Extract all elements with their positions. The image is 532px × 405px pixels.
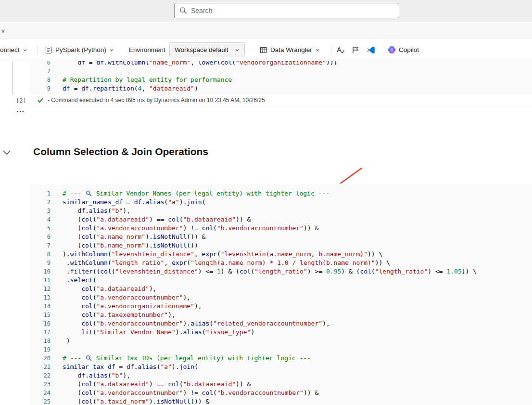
- code-token: ,: [190, 61, 198, 66]
- code-token: =: [85, 61, 96, 66]
- code-token: .: [63, 268, 70, 275]
- code-token: "b.vendoraccountnumber": [96, 320, 183, 327]
- environment-button[interactable]: Environment: [129, 39, 165, 61]
- code-cell-previous[interactable]: 6 df = df.withColumn("name_norm", lower(…: [30, 61, 532, 94]
- kernel-selector[interactable]: PySpark (Python): [45, 39, 114, 61]
- code-token: lower: [198, 61, 217, 66]
- code-token: ).: [172, 363, 179, 370]
- code-token: "dataareaid": [149, 85, 194, 92]
- toolbar-divider: [331, 45, 331, 54]
- code-token: (: [63, 224, 81, 232]
- code-line: 17 lit("Similar Vendor Name").alias("iss…: [30, 328, 532, 337]
- code-token: alias: [89, 207, 108, 214]
- vscode-button[interactable]: [367, 39, 375, 61]
- line-number: 24: [30, 389, 51, 397]
- top-app-bar: [0, 0, 532, 22]
- code-token: 1.05: [446, 268, 461, 275]
- code-line: 12 col("a.dataareaid"),: [30, 285, 532, 293]
- code-token: ) & (: [221, 268, 240, 275]
- code-token: "name_norm": [149, 61, 190, 66]
- flag-button[interactable]: [351, 39, 360, 61]
- code-token: ) !=: [183, 224, 202, 232]
- search-box[interactable]: [174, 3, 399, 18]
- code-token: ),: [168, 311, 176, 318]
- code-token: (: [108, 250, 112, 258]
- chevron-down-icon: [23, 48, 27, 52]
- code-token: ()) &: [187, 233, 205, 240]
- code-token: "a.dataareaid": [96, 285, 149, 292]
- code-token: # Repartition by legal entity for perfor…: [63, 76, 232, 83]
- line-number: 9: [30, 259, 51, 267]
- emoji-token: [85, 354, 92, 362]
- collapsed-cell-indicator[interactable]: ...: [16, 105, 25, 115]
- code-token: (: [217, 61, 221, 66]
- code-token: (: [63, 242, 81, 249]
- code-token: col: [240, 268, 251, 275]
- code-token: col: [221, 61, 232, 66]
- line-number: 25: [30, 397, 51, 405]
- search-input[interactable]: [191, 7, 394, 14]
- code-token: "levenshtein_distance": [112, 250, 194, 258]
- code-token: (: [217, 250, 221, 258]
- code-line: 18 ): [30, 337, 532, 345]
- code-token: ()) &: [190, 398, 209, 405]
- cell-status-row: - Command executed in 4 sec 895 ms by Dy…: [30, 94, 532, 106]
- copilot-button[interactable]: Copilot: [388, 39, 419, 61]
- line-number: 7: [30, 67, 51, 76]
- code-token: .: [63, 276, 70, 284]
- code-line: 9 .withColumn("length_ratio", expr("leng…: [30, 259, 532, 267]
- code-token: (: [194, 363, 198, 370]
- section-collapse-chevron-icon[interactable]: [2, 149, 12, 156]
- line-number: 6: [30, 61, 51, 67]
- data-wrangler-button[interactable]: Data Wrangler: [260, 39, 320, 61]
- line-number: 23: [30, 380, 51, 389]
- copilot-label: Copilot: [399, 46, 419, 53]
- code-line: 19: [30, 345, 532, 354]
- code-token: ,: [141, 85, 149, 92]
- code-content: similar_tax_df = df.alias("a").join(: [63, 363, 198, 371]
- code-token: "a.name_norm": [96, 233, 145, 240]
- code-token: [63, 372, 77, 379]
- code-token: "a": [161, 363, 172, 370]
- code-token: ),: [183, 294, 190, 301]
- code-token: ),: [149, 285, 157, 292]
- code-content: (col("a.vendoraccountnumber") != col("b.…: [63, 389, 318, 397]
- code-token: (: [213, 389, 217, 396]
- line-number: 20: [30, 354, 51, 363]
- code-token: alias: [138, 363, 157, 370]
- code-line: 24 (col("a.vendoraccountnumber") != col(…: [30, 389, 532, 397]
- code-token: similar_names_df: [63, 198, 123, 206]
- code-token: alias: [89, 372, 108, 379]
- notebook-screen: v onnect PySpark (Python) Environment Wo…: [0, 0, 532, 405]
- code-token: [63, 294, 81, 301]
- code-token: lit: [81, 328, 92, 336]
- code-token: [63, 61, 77, 66]
- code-token: "a.dataareaid": [96, 216, 149, 223]
- code-token: withColumn: [70, 259, 108, 266]
- code-token: (: [213, 224, 217, 232]
- execution-status-text: - Command executed in 4 sec 895 ms by Dy…: [48, 97, 265, 104]
- code-token: filter: [70, 268, 93, 275]
- code-content: ).withColumn("levenshtein_distance", exp…: [63, 250, 382, 259]
- workspace-dropdown[interactable]: Workspace default: [169, 42, 245, 57]
- code-token: (: [93, 276, 97, 284]
- code-token: col: [81, 302, 92, 310]
- connect-button[interactable]: onnect: [0, 39, 27, 61]
- flag-icon: [351, 46, 360, 54]
- data-wrangler-icon: [260, 46, 267, 54]
- code-line: 5 (col("a.vendoraccountnumber") != col("…: [30, 224, 532, 233]
- vscode-icon: [367, 46, 375, 54]
- code-token: "length_ratio": [112, 259, 165, 266]
- code-cell-main[interactable]: 1# --- Similar Vendor Names (per legal e…: [30, 183, 532, 405]
- code-line: 10 .filter((col("levenshtein_distance") …: [30, 267, 532, 276]
- code-line: 13 col("a.vendoraccountnumber"),: [30, 293, 532, 302]
- emoji-token: [85, 190, 92, 197]
- code-token: (: [112, 268, 115, 275]
- line-number: 2: [30, 198, 51, 207]
- code-token: col: [81, 311, 92, 318]
- spell-check-button[interactable]: [336, 39, 345, 61]
- code-content: df.alias("b"),: [63, 371, 130, 380]
- code-token: ): [251, 328, 254, 336]
- code-token: ).: [63, 250, 70, 258]
- code-token: ): [194, 85, 198, 92]
